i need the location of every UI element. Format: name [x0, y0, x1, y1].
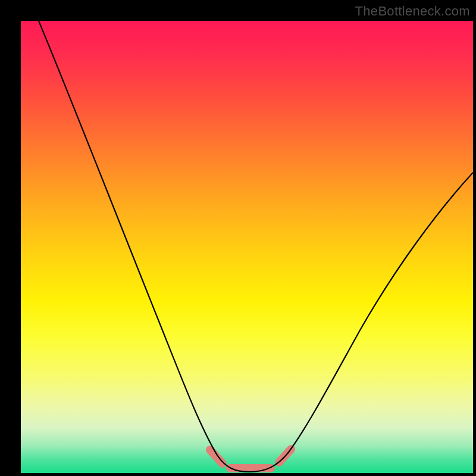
bottleneck-curve-path: [39, 21, 473, 472]
plot-area: [21, 21, 473, 473]
bottom-marker-group: [210, 449, 291, 468]
bottom-marker-left: [210, 450, 223, 464]
chart-frame: TheBottleneck.com: [0, 0, 476, 476]
watermark-label: TheBottleneck.com: [355, 4, 470, 19]
curve-svg: [21, 21, 473, 473]
